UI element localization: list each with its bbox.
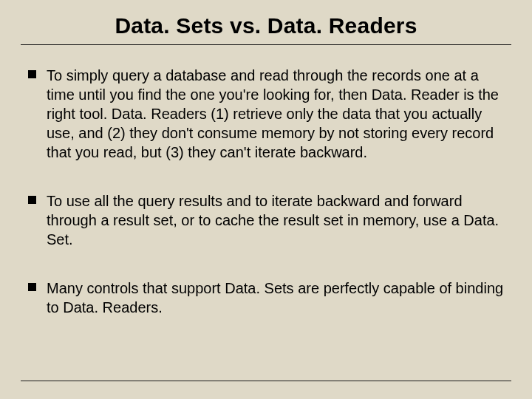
footer-rule [21,381,511,381]
slide-title: Data. Sets vs. Data. Readers [21,13,511,38]
list-item: To use all the query results and to iter… [28,191,504,249]
bullet-text: To use all the query results and to iter… [47,191,504,249]
bullet-square-icon [28,196,36,204]
list-item: Many controls that support Data. Sets ar… [28,279,504,317]
bullet-text: To simply query a database and read thro… [47,66,504,162]
bullet-text: Many controls that support Data. Sets ar… [47,279,504,317]
list-item: To simply query a database and read thro… [28,66,504,162]
bullet-square-icon [28,283,36,291]
bullet-square-icon [28,70,36,78]
slide-body: To simply query a database and read thro… [21,45,511,317]
footer-rule-wrap [21,381,511,381]
